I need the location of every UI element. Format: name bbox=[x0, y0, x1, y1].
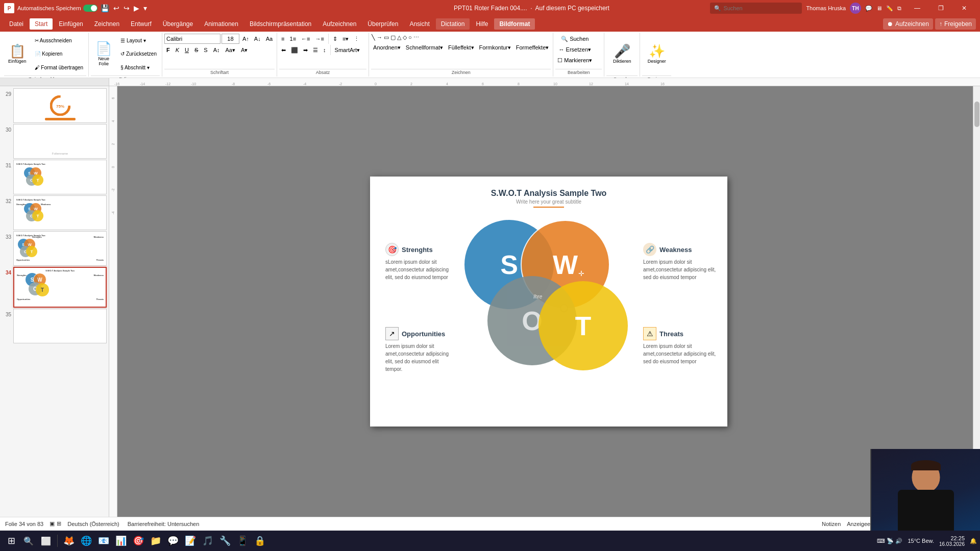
autosave-switch[interactable] bbox=[83, 5, 97, 12]
aufzeichnen-button[interactable]: ⏺ Aufzeichnen bbox=[883, 18, 933, 30]
einfuegen-button[interactable]: 📋 Einfügen bbox=[4, 34, 31, 74]
indent-less-btn[interactable]: ←≡ bbox=[299, 34, 312, 44]
font-shrink-btn[interactable]: A↓ bbox=[252, 34, 263, 44]
font-size-input[interactable] bbox=[222, 34, 239, 44]
menu-ansicht[interactable]: Ansicht bbox=[404, 18, 434, 30]
shape-rect[interactable]: ▭ bbox=[383, 34, 389, 41]
slide-thumb-34[interactable]: 34 S.W.O.T Analysis Sample Two S W O T S… bbox=[2, 267, 107, 308]
menu-datei[interactable]: Datei bbox=[4, 18, 29, 30]
canvas-area[interactable]: S.W.O.T Analysis Sample Two Write here y… bbox=[117, 86, 980, 517]
menu-zeichnen[interactable]: Zeichnen bbox=[89, 18, 125, 30]
undo-icon[interactable]: ↩ bbox=[113, 4, 119, 12]
suchen-btn[interactable]: 🔍 Suchen bbox=[555, 34, 594, 44]
slide-thumb-33[interactable]: 33 S.W.O.T Analysis Sample Two S W O T S… bbox=[2, 231, 107, 266]
autosave-toggle[interactable]: Automatisches Speichern bbox=[17, 5, 97, 12]
present-btn[interactable]: 🖥 bbox=[876, 5, 882, 11]
slide-thumb-32[interactable]: 32 S.W.O.T Analysis Sample Two S W O T S… bbox=[2, 195, 107, 230]
designer-button[interactable]: ✨ Designer bbox=[644, 34, 670, 74]
present-icon[interactable]: ▶ bbox=[134, 4, 139, 12]
close-button[interactable]: ✕ bbox=[952, 0, 976, 16]
align-center-btn[interactable]: ⬛ bbox=[289, 45, 300, 55]
menu-hilfe[interactable]: Hilfe bbox=[471, 18, 493, 30]
menu-einfuegen[interactable]: Einfügen bbox=[54, 18, 88, 30]
ersetzen-btn[interactable]: ↔ Ersetzen▾ bbox=[555, 44, 594, 55]
indent-more-btn[interactable]: →≡ bbox=[313, 34, 326, 44]
search-btn[interactable]: 🔍 bbox=[20, 533, 37, 549]
shape-line[interactable]: ╲ bbox=[371, 34, 376, 41]
menu-bildschirm[interactable]: Bildschirmpräsentation bbox=[244, 18, 316, 30]
shape-diamond[interactable]: ◇ bbox=[402, 34, 407, 41]
notification-btn[interactable]: 🔔 bbox=[970, 538, 977, 544]
spacing-btn[interactable]: A↕ bbox=[211, 45, 222, 55]
restore-button[interactable]: ❐ bbox=[929, 0, 952, 16]
zuruecksetzen-button[interactable]: ↺ Zurücksetzen bbox=[117, 50, 160, 58]
align-justify-btn[interactable]: ☰ bbox=[311, 45, 320, 55]
circle-T[interactable]: T bbox=[538, 281, 628, 370]
formeffekte-btn[interactable]: Formeffekte▾ bbox=[514, 42, 551, 53]
align-left-btn[interactable]: ⬅ bbox=[279, 45, 288, 55]
dropdown-icon[interactable]: ▾ bbox=[143, 4, 147, 12]
slide-thumb-30[interactable]: 30 Folienname bbox=[2, 124, 107, 159]
accessibility-label[interactable]: Barrierefreiheit: Untersuchen bbox=[128, 521, 200, 527]
underline-btn[interactable]: U bbox=[183, 45, 191, 55]
menu-uebergaenge[interactable]: Übergänge bbox=[158, 18, 198, 30]
start-btn[interactable]: ⊞ bbox=[3, 533, 19, 549]
italic-btn[interactable]: K bbox=[174, 45, 181, 55]
clear-format-btn[interactable]: Aa bbox=[264, 34, 275, 44]
shape-roundrect[interactable]: ▢ bbox=[390, 34, 396, 41]
column-btn[interactable]: ⋮ bbox=[352, 34, 361, 44]
format-button[interactable]: 🖌 Format übertragen bbox=[32, 64, 87, 71]
strike-btn[interactable]: S bbox=[192, 45, 200, 55]
slide-sorter-icon[interactable]: ⊞ bbox=[57, 520, 61, 527]
taskbar-firefox[interactable]: 🦊 bbox=[61, 533, 77, 549]
search-input[interactable] bbox=[723, 5, 795, 11]
markieren-btn[interactable]: ☐ Markieren▾ bbox=[555, 55, 594, 65]
taskbar-files[interactable]: 📁 bbox=[148, 533, 164, 549]
menu-animationen[interactable]: Animationen bbox=[199, 18, 243, 30]
shape-tri[interactable]: △ bbox=[397, 34, 402, 41]
taskview-btn[interactable]: ⬜ bbox=[38, 533, 54, 549]
font-grow-btn[interactable]: A↑ bbox=[240, 34, 251, 44]
share-icon[interactable]: 💬 bbox=[865, 5, 872, 12]
taskbar-app11[interactable]: 📱 bbox=[234, 533, 251, 549]
redo-icon[interactable]: ↪ bbox=[124, 4, 130, 12]
abschnitt-button[interactable]: § Abschnitt ▾ bbox=[117, 64, 160, 71]
taskbar-ppt[interactable]: 📊 bbox=[113, 533, 129, 549]
taskbar-chrome[interactable]: 🌐 bbox=[78, 533, 94, 549]
align-right-btn[interactable]: ➡ bbox=[301, 45, 310, 55]
taskbar-mail[interactable]: 📧 bbox=[95, 533, 112, 549]
bold-btn[interactable]: F bbox=[164, 45, 172, 55]
menu-bildformat[interactable]: Bildformat bbox=[494, 18, 535, 30]
taskbar-app10[interactable]: 🔧 bbox=[217, 533, 233, 549]
case-btn[interactable]: Aa▾ bbox=[224, 45, 237, 55]
formkontur-btn[interactable]: Formkontur▾ bbox=[477, 42, 513, 53]
anordnen-btn[interactable]: Anordnen▾ bbox=[371, 42, 403, 53]
shadow-btn[interactable]: S bbox=[202, 45, 209, 55]
scrollbar-thumb-v[interactable] bbox=[974, 102, 979, 127]
normal-view-icon[interactable]: ▣ bbox=[50, 520, 55, 527]
schnellformat-btn[interactable]: Schnellformat▾ bbox=[404, 42, 445, 53]
menu-aufzeichnen[interactable]: Aufzeichnen bbox=[317, 18, 361, 30]
kopieren-button[interactable]: 📄 Kopieren bbox=[32, 50, 87, 58]
menu-dictation[interactable]: Dictation bbox=[436, 18, 470, 30]
taskbar-app8[interactable]: 📝 bbox=[182, 533, 199, 549]
layout-button[interactable]: ☰ Layout ▾ bbox=[117, 37, 160, 44]
text-direction-btn[interactable]: ⇕ bbox=[331, 34, 339, 44]
shape-more[interactable]: ⋯ bbox=[413, 34, 420, 41]
font-color-btn[interactable]: A▾ bbox=[239, 45, 250, 55]
shape-circle[interactable]: ○ bbox=[408, 34, 412, 41]
slide-thumb-29[interactable]: 29 75% bbox=[2, 88, 107, 123]
list-unordered-btn[interactable]: ≡ bbox=[279, 34, 286, 44]
taskbar-teams[interactable]: 💬 bbox=[165, 533, 181, 549]
minimize-button[interactable]: — bbox=[905, 0, 929, 16]
line-spacing-btn[interactable]: ↕ bbox=[321, 45, 328, 55]
smartart-btn[interactable]: SmartArt▾ bbox=[333, 45, 362, 55]
taskbar-app12[interactable]: 🔒 bbox=[252, 533, 268, 549]
ausschneiden-button[interactable]: ✂ Ausschneiden bbox=[32, 37, 87, 44]
menu-start[interactable]: Start bbox=[30, 18, 53, 30]
diktieren-button[interactable]: 🎤 Diktieren bbox=[609, 34, 635, 74]
menu-entwurf[interactable]: Entwurf bbox=[126, 18, 157, 30]
font-name-input[interactable] bbox=[164, 34, 220, 44]
edit-icon[interactable]: ✏️ bbox=[886, 5, 893, 12]
taskbar-app9[interactable]: 🎵 bbox=[200, 533, 216, 549]
